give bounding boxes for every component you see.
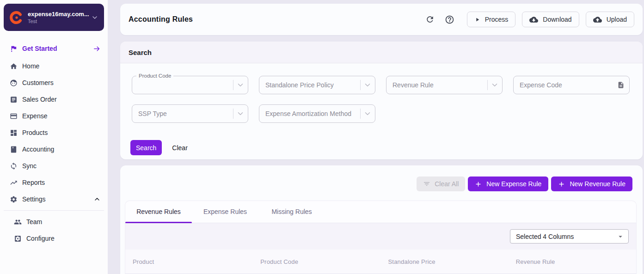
sidebar-item-label: Configure xyxy=(26,235,55,242)
sidebar-item-sync[interactable]: Sync xyxy=(0,158,108,174)
sales-order-icon xyxy=(9,96,18,104)
ssp-type-placeholder: SSP Type xyxy=(132,110,230,117)
sidebar-nav: Get Started Home Customers Sales Order xyxy=(0,40,108,247)
cloud-upload-icon xyxy=(593,15,602,24)
page-title: Accounting Rules xyxy=(129,15,193,24)
download-button[interactable]: Download xyxy=(522,12,579,27)
new-revenue-rule-button[interactable]: New Revenue Rule xyxy=(551,177,632,191)
process-button[interactable]: Process xyxy=(467,12,516,27)
document-icon[interactable] xyxy=(617,81,629,89)
home-icon xyxy=(9,62,18,70)
sidebar-item-home[interactable]: Home xyxy=(0,58,108,74)
rules-actions: Clear All New Expense Rule New Revenue R… xyxy=(120,177,643,191)
ssp-type-select[interactable]: SSP Type xyxy=(132,104,248,123)
revenue-rule-placeholder: Revenue Rule xyxy=(386,81,485,89)
search-panel-header: Search xyxy=(120,42,643,63)
help-icon[interactable] xyxy=(444,14,455,25)
products-grid-icon xyxy=(9,129,18,137)
sidebar-item-sales-order[interactable]: Sales Order xyxy=(0,91,108,108)
standalone-price-policy-select[interactable]: Standalone Price Policy xyxy=(259,76,375,94)
chevron-up-icon xyxy=(93,195,101,203)
revenue-rule-select[interactable]: Revenue Rule xyxy=(386,76,503,94)
sidebar-item-products[interactable]: Products xyxy=(0,124,108,141)
chevron-down-icon xyxy=(91,14,98,21)
search-panel-title: Search xyxy=(129,49,152,56)
chevron-down-icon[interactable] xyxy=(487,80,502,90)
sidebar-item-settings[interactable]: Settings xyxy=(0,191,108,207)
sidebar-item-label: Accounting xyxy=(22,146,54,153)
new-revenue-rule-label: New Revenue Rule xyxy=(570,180,626,188)
chevron-down-icon[interactable] xyxy=(360,80,375,90)
chevron-down-icon[interactable] xyxy=(360,109,375,119)
download-button-label: Download xyxy=(543,16,571,23)
chevron-down-icon[interactable] xyxy=(233,109,248,119)
search-fields: Product Code Standalone Price Policy Rev… xyxy=(120,63,643,123)
team-icon xyxy=(13,218,22,226)
expense-code-placeholder: Expense Code xyxy=(514,81,617,89)
sidebar-item-label: Team xyxy=(26,218,42,225)
arrow-right-icon xyxy=(93,45,101,53)
rules-panel: Clear All New Expense Rule New Revenue R… xyxy=(120,165,643,274)
new-expense-rule-label: New Expense Rule xyxy=(486,180,541,188)
sync-icon xyxy=(9,162,18,170)
refresh-icon[interactable] xyxy=(424,14,435,25)
sidebar-item-expense[interactable]: Expense xyxy=(0,108,108,124)
tab-missing-rules[interactable]: Missing Rules xyxy=(258,201,325,223)
upload-button[interactable]: Upload xyxy=(586,12,634,27)
sidebar-item-label: Home xyxy=(22,62,39,70)
rules-table-container: Revenue Rules Expense Rules Missing Rule… xyxy=(125,201,637,274)
expense-amortization-method-placeholder: Expense Amortization Method xyxy=(259,110,357,117)
chevron-down-icon[interactable] xyxy=(233,80,248,90)
customer-face-icon xyxy=(9,79,18,87)
configure-icon xyxy=(13,235,22,243)
clear-all-label: Clear All xyxy=(435,180,459,188)
product-code-select[interactable]: Product Code xyxy=(132,76,248,94)
search-panel: Search Product Code Standalone Price Pol… xyxy=(120,42,643,159)
standalone-price-policy-placeholder: Standalone Price Policy xyxy=(259,81,357,89)
search-button[interactable]: Search xyxy=(130,140,162,155)
expense-amortization-method-select[interactable]: Expense Amortization Method xyxy=(259,104,375,123)
clear-button[interactable]: Clear xyxy=(172,144,187,152)
workspace-info: expense16may.com... Test xyxy=(28,11,91,24)
column-header-revenue-rule: Revenue Rule xyxy=(509,258,636,265)
sidebar-item-label: Sync xyxy=(22,162,37,170)
columns-dropdown-value: Selected 4 Columns xyxy=(516,233,574,240)
sidebar-item-customers[interactable]: Customers xyxy=(0,74,108,91)
column-header-product-code: Product Code xyxy=(253,258,380,265)
search-actions: Search Clear xyxy=(120,140,643,155)
sidebar-item-label: Get Started xyxy=(22,45,57,52)
sidebar-item-configure[interactable]: Configure xyxy=(0,230,108,247)
column-header-product: Product xyxy=(125,258,253,265)
tab-revenue-rules[interactable]: Revenue Rules xyxy=(125,201,192,223)
sidebar-divider xyxy=(4,210,104,211)
sidebar-item-get-started[interactable]: Get Started xyxy=(0,40,108,57)
tab-expense-rules[interactable]: Expense Rules xyxy=(192,201,258,223)
play-icon xyxy=(474,17,480,23)
trending-up-icon xyxy=(9,179,18,187)
sidebar-item-reports[interactable]: Reports xyxy=(0,174,108,191)
sidebar-item-label: Sales Order xyxy=(22,96,57,103)
page-header: Accounting Rules Process Download xyxy=(120,4,643,35)
expense-code-input[interactable]: Expense Code xyxy=(513,76,630,94)
caret-down-icon xyxy=(616,232,625,241)
table-header-row: Product Product Code Standalone Price Re… xyxy=(125,250,636,274)
sidebar-item-team[interactable]: Team xyxy=(0,213,108,230)
filter-lines-icon xyxy=(423,180,430,188)
credit-card-icon xyxy=(9,112,18,120)
process-button-label: Process xyxy=(485,16,509,23)
clear-all-button[interactable]: Clear All xyxy=(417,177,465,191)
header-actions: Process Download Upload xyxy=(416,12,634,27)
column-header-standalone-price: Standalone Price xyxy=(381,258,509,265)
main-content: Accounting Rules Process Download xyxy=(108,0,644,274)
sidebar-item-accounting[interactable]: Accounting xyxy=(0,141,108,158)
workspace-switcher[interactable]: expense16may.com... Test xyxy=(4,4,104,31)
sidebar-item-label: Expense xyxy=(22,112,47,120)
rules-tabs: Revenue Rules Expense Rules Missing Rule… xyxy=(125,201,636,223)
columns-dropdown[interactable]: Selected 4 Columns xyxy=(510,229,629,244)
plus-icon xyxy=(475,181,482,188)
cloud-download-icon xyxy=(529,15,538,24)
sidebar-item-label: Reports xyxy=(22,179,45,186)
workspace-environment: Test xyxy=(28,18,91,24)
sidebar-item-label: Settings xyxy=(22,195,46,203)
new-expense-rule-button[interactable]: New Expense Rule xyxy=(468,177,548,191)
